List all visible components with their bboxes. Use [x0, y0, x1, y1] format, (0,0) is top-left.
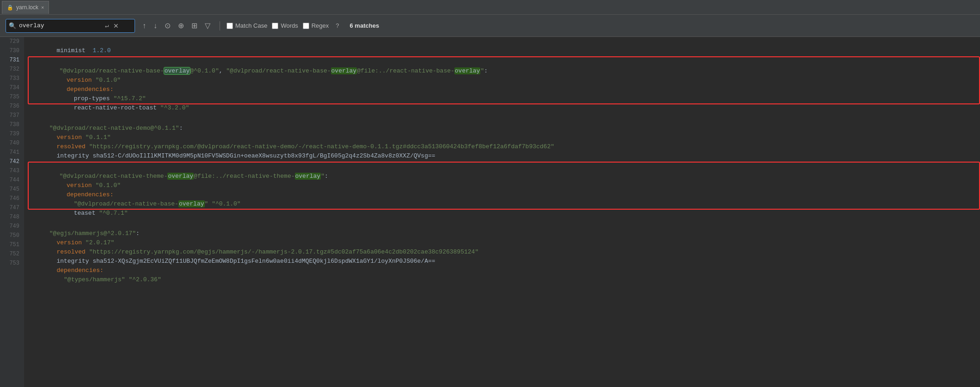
search-input[interactable]: [19, 22, 102, 29]
match-highlight-2: overlay: [331, 67, 357, 74]
match-case-checkbox[interactable]: [227, 23, 233, 29]
line-num-748: 748: [0, 212, 24, 222]
line-num-741: 741: [0, 148, 24, 157]
line-numbers: 729 730 731 732 733 734 735 736 737 738 …: [0, 37, 24, 387]
words-label: Words: [281, 22, 298, 29]
line-num-745: 745: [0, 185, 24, 194]
find-word-button[interactable]: ⊙: [162, 19, 173, 32]
regex-option[interactable]: Regex: [303, 22, 329, 29]
tab-bar: 🔒 yarn.lock ×: [0, 0, 980, 15]
filter-button[interactable]: ▽: [202, 19, 213, 32]
match-highlight-4: overlay: [167, 173, 194, 180]
clear-search-button[interactable]: ✕: [111, 21, 121, 30]
line-text: minimist: [49, 47, 93, 54]
line-num-749: 749: [0, 222, 24, 231]
line-num-750: 750: [0, 231, 24, 240]
line-num-751: 751: [0, 240, 24, 249]
code-line-742: "@dvlproad/react-native-theme-overlay@fi…: [29, 163, 979, 172]
code-line-731: "@dvlproad/react-native-base-overlay@^0.…: [29, 57, 979, 67]
navigation-buttons: ↑ ↓ ⊙ ⊕ ⊞ ▽: [140, 19, 213, 32]
code-line-748: "@egjs/hammerjs@^2.0.17":: [28, 220, 980, 229]
code-line-739: resolved "https://registry.yarnpkg.com/@…: [28, 133, 980, 142]
code-line-750: resolved "https://registry.yarnpkg.com/@…: [28, 238, 980, 248]
separator-1: [220, 21, 220, 30]
code-content: minimist 1.2.0 "@dvlproad/react-native-b…: [24, 37, 980, 387]
line-num-744: 744: [0, 175, 24, 185]
line-num-729: 729: [0, 37, 24, 46]
file-tab[interactable]: 🔒 yarn.lock ×: [2, 1, 49, 14]
line-num-738: 738: [0, 120, 24, 129]
line-num-739: 739: [0, 129, 24, 139]
line-num-740: 740: [0, 139, 24, 148]
match-case-label: Match Case: [235, 22, 267, 29]
search-icon: 🔍: [9, 22, 16, 30]
help-button[interactable]: ?: [333, 21, 341, 30]
tab-filename: yarn.lock: [16, 4, 38, 11]
tab-close-button[interactable]: ×: [41, 5, 44, 10]
line-num-737: 737: [0, 111, 24, 120]
next-match-button[interactable]: ↓: [151, 20, 160, 32]
line-num-752: 752: [0, 249, 24, 259]
file-icon: 🔒: [7, 5, 13, 11]
match-highlight-5: overlay: [295, 173, 321, 180]
code-line-745: "@dvlproad/react-native-base-overlay" "^…: [29, 190, 979, 200]
code-line-729: minimist 1.2.0: [28, 37, 980, 46]
match-case-option[interactable]: Match Case: [227, 22, 267, 29]
line-num-732: 732: [0, 65, 24, 74]
match-block-1: "@dvlproad/react-native-base-overlay@^0.…: [28, 56, 980, 104]
code-line-733: dependencies:: [29, 76, 979, 85]
line-num-753: 753: [0, 259, 24, 268]
match-highlight-6: overlay: [178, 200, 205, 207]
match-highlight-3: overlay: [454, 67, 481, 74]
regex-checkbox[interactable]: [303, 23, 309, 29]
search-bar: 🔍 ↵ ✕ ↑ ↓ ⊙ ⊕ ⊞ ▽ Match Case Words Regex…: [0, 15, 980, 37]
code-editor: 729 730 731 732 733 734 735 736 737 738 …: [0, 37, 980, 387]
code-line-744: dependencies:: [29, 181, 979, 190]
prev-match-button[interactable]: ↑: [140, 20, 149, 32]
line-num-735: 735: [0, 92, 24, 102]
toggle-button[interactable]: ⊞: [189, 19, 200, 32]
code-line-730: [28, 46, 980, 55]
code-line-737: "@dvlproad/react-native-demo@^0.1.1":: [28, 115, 980, 124]
search-input-wrapper: 🔍 ↵ ✕: [6, 19, 135, 33]
code-line-734: prop-types "^15.7.2": [29, 85, 979, 94]
line-num-734: 734: [0, 83, 24, 92]
line-num-736: 736: [0, 102, 24, 111]
words-option[interactable]: Words: [272, 22, 298, 29]
line-num-743: 743: [0, 166, 24, 175]
line-num-730: 730: [0, 46, 24, 55]
regex-label: Regex: [312, 22, 329, 29]
line-num-731: 731: [0, 55, 24, 65]
line-num-733: 733: [0, 74, 24, 83]
words-checkbox[interactable]: [272, 23, 278, 29]
enter-icon: ↵: [105, 22, 109, 30]
match-block-2: "@dvlproad/react-native-theme-overlay@fi…: [28, 162, 980, 210]
line-num-742: 742: [0, 157, 24, 166]
match-count: 6 matches: [350, 22, 380, 29]
line-num-746: 746: [0, 194, 24, 203]
code-line-747: [28, 211, 980, 220]
code-line-735: react-native-root-toast "^3.2.0": [29, 94, 979, 103]
pin-button[interactable]: ⊕: [175, 19, 187, 32]
line-num-747: 747: [0, 203, 24, 212]
match-highlight-1: overlay: [164, 67, 190, 74]
code-line-753: "@types/hammerjs" "^2.0.36": [28, 266, 980, 275]
code-line-749: version "2.0.17": [28, 229, 980, 238]
